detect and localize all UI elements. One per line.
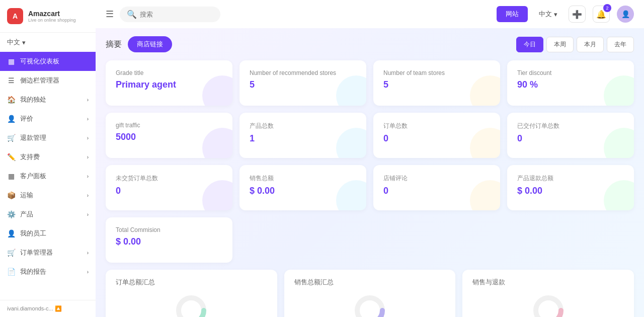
sidebar-item-sidebar-manager[interactable]: ☰ 侧边栏管理器 — [0, 71, 96, 90]
stat-label: Total Commision — [116, 226, 222, 233]
stat-value: 0 — [383, 186, 490, 196]
sidebar-item-label: 退款管理 — [20, 133, 46, 142]
nav-arrow-icon: › — [87, 212, 89, 217]
reviews-icon: 👤 — [7, 115, 15, 123]
sidebar-item-reports[interactable]: 📄 我的报告 › — [0, 262, 96, 281]
date-filter-本周[interactable]: 本周 — [546, 37, 574, 52]
employees-icon: 👤 — [7, 229, 15, 237]
nav-arrow-icon: › — [87, 174, 89, 179]
stat-label: Grade title — [116, 69, 222, 76]
reports-icon: 📄 — [7, 268, 15, 276]
sidebar-item-order-manager[interactable]: 🛒 订单管理器 › — [0, 243, 96, 262]
stat-value: 0 — [116, 186, 222, 196]
stat-card: Tier discount 90 % — [507, 60, 634, 106]
stat-value: 90 % — [517, 80, 624, 90]
stat-value: 0 — [383, 133, 490, 144]
nav-arrow-icon: › — [87, 250, 89, 256]
app-name: Amazcart — [28, 10, 76, 18]
sidebar-item-label: 侧边栏管理器 — [20, 76, 59, 85]
notification-badge: 2 — [603, 4, 611, 12]
date-filter-今日[interactable]: 今日 — [516, 37, 543, 52]
stat-value: $ 0.00 — [250, 186, 356, 196]
chart-title: 销售总额汇总 — [294, 278, 446, 287]
stat-card: Total Commision $ 0.00 — [106, 217, 232, 263]
chart-title: 销售与退款 — [472, 278, 624, 287]
payments-icon: ✏️ — [7, 153, 15, 161]
svg-point-2 — [357, 298, 382, 317]
topbar-actions: ➕ 🔔 2 👤 — [569, 6, 634, 23]
stat-value: 5 — [383, 80, 490, 90]
sidebar-item-employees[interactable]: 👤 我的员工 — [0, 224, 96, 243]
chart-card: 销售与退款 — [462, 270, 634, 317]
sidebar-item-shipping[interactable]: 📦 运输 › — [0, 186, 96, 205]
avatar[interactable]: 👤 — [617, 6, 634, 23]
stat-value: 1 — [250, 133, 356, 144]
sidebar-item-payments[interactable]: ✏️ 支持费 › — [0, 147, 96, 167]
nav-arrow-icon: › — [87, 193, 89, 198]
nav-arrow-icon: › — [87, 154, 89, 160]
date-filter-去年[interactable]: 去年 — [607, 37, 634, 52]
date-filter-本月[interactable]: 本月 — [577, 37, 604, 52]
stat-card: 订单总数 0 — [373, 113, 500, 158]
my-stores-icon: 🏠 — [7, 96, 15, 104]
sidebar-item-label: 支持费 — [20, 152, 40, 162]
svg-point-4 — [536, 298, 561, 317]
store-link-button[interactable]: 商店链接 — [128, 36, 172, 52]
sidebar-item-customers[interactable]: ▦ 客户面板 › — [0, 167, 96, 186]
stat-label: 订单总数 — [383, 122, 490, 130]
customers-icon: ▦ — [7, 172, 15, 180]
stat-label: 已交付订单总数 — [517, 122, 624, 130]
stat-card: gift traffic 5000 — [106, 113, 232, 158]
notification-button[interactable]: 🔔 2 — [593, 6, 610, 23]
stat-card: Number of recommended stores 5 — [239, 60, 366, 106]
add-button[interactable]: ➕ — [569, 6, 586, 23]
donut-svg — [352, 293, 387, 317]
stat-label: 产品退款总额 — [517, 174, 624, 183]
search-box[interactable]: 🔍 — [120, 7, 220, 22]
topbar-language[interactable]: 中文 ▾ — [534, 10, 562, 19]
nav-arrow-icon: › — [87, 97, 89, 103]
sidebar: A Amazcart Live on online shopping 中文 ▾ … — [0, 0, 96, 317]
sidebar-manager-icon: ☰ — [7, 76, 15, 85]
sidebar-item-label: 可视化仪表板 — [20, 57, 59, 66]
stat-card: 产品退款总额 $ 0.00 — [507, 165, 634, 210]
sidebar-item-label: 运输 — [20, 191, 33, 200]
chart-donut — [294, 293, 446, 317]
stats-grid-2: gift traffic 5000 产品总数 1 订单总数 0 已交付订单总数 … — [106, 113, 634, 158]
sidebar-item-refunds[interactable]: 🛒 退款管理 › — [0, 128, 96, 147]
content-header: 摘要 商店链接 今日本周本月去年 — [106, 36, 634, 52]
sidebar-language[interactable]: 中文 ▾ — [0, 33, 96, 52]
menu-toggle[interactable]: ☰ — [106, 9, 114, 20]
sidebar-item-label: 产品 — [20, 210, 33, 219]
stat-value: $ 0.00 — [116, 236, 222, 247]
stat-label: 店铺评论 — [383, 174, 490, 183]
site-button[interactable]: 网站 — [497, 6, 528, 22]
stat-label: Number of recommended stores — [250, 69, 356, 76]
sidebar-item-label: 我的独处 — [20, 95, 46, 104]
stat-label: Tier discount — [517, 69, 624, 76]
app-tagline: Live on online shopping — [28, 18, 76, 23]
stat-label: 未交货订单总数 — [116, 174, 222, 183]
sidebar-user: ivani.diamonds-c... 🔼 — [0, 300, 96, 317]
chart-card: 销售总额汇总 — [284, 270, 456, 317]
sidebar-item-reviews[interactable]: 👤 评价 › — [0, 109, 96, 128]
stat-value: $ 0.00 — [517, 186, 624, 196]
breadcrumb-title: 摘要 — [106, 39, 122, 50]
sidebar-item-dashboard[interactable]: ▦ 可视化仪表板 — [0, 52, 96, 71]
sidebar-item-my-stores[interactable]: 🏠 我的独处 › — [0, 90, 96, 109]
donut-svg — [531, 293, 566, 317]
sidebar-item-products[interactable]: ⚙️ 产品 › — [0, 205, 96, 224]
order-manager-icon: 🛒 — [7, 249, 15, 257]
stat-label: 产品总数 — [250, 122, 356, 130]
logo-text: Amazcart Live on online shopping — [28, 10, 76, 23]
shipping-icon: 📦 — [7, 191, 15, 199]
sidebar-nav: ▦ 可视化仪表板 ☰ 侧边栏管理器 🏠 我的独处 › 👤 评价 › 🛒 退款管理… — [0, 52, 96, 300]
nav-arrow-icon: › — [87, 135, 89, 141]
sidebar-item-label: 我的报告 — [20, 267, 46, 276]
chart-card: 订单总额汇总 — [106, 270, 277, 317]
search-icon: 🔍 — [127, 10, 137, 19]
chart-donut — [116, 293, 267, 317]
stat-label: 销售总额 — [250, 174, 356, 183]
search-input[interactable] — [140, 11, 210, 18]
content-area: 摘要 商店链接 今日本周本月去年 Grade title Primary age… — [96, 28, 644, 317]
